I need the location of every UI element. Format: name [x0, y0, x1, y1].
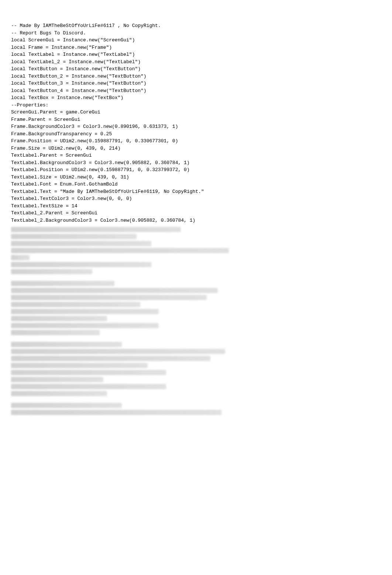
blur-line: [11, 349, 225, 354]
blurred-content: [11, 227, 381, 415]
blur-line: [11, 391, 107, 396]
blur-line: [11, 248, 229, 253]
code-line: TextLabel.Parent = ScreenGui: [11, 152, 381, 159]
blur-line: [11, 330, 100, 335]
code-line: local ScreenGui = Instance.new("ScreenGu…: [11, 37, 381, 44]
code-line: ScreenGui.Parent = game.CoreGui: [11, 109, 381, 116]
code-line: -- Report Bugs To Discord.: [11, 30, 381, 37]
blur-line: [11, 323, 159, 328]
code-line: TextLabel.Text = "Made By IAMTheBeStOfYo…: [11, 188, 381, 195]
blur-line: [11, 262, 151, 267]
code-line: Frame.Parent = ScreenGui: [11, 116, 381, 123]
blur-line: [11, 302, 140, 307]
blur-line: [11, 370, 166, 375]
blur-group: [11, 403, 381, 415]
blur-line: [11, 255, 30, 260]
code-line: TextLabel_2.BackgroundColor3 = Color3.ne…: [11, 217, 381, 224]
code-line: local Frame = Instance.new("Frame"): [11, 44, 381, 51]
code-line: -- Made By IAMTheBeStOfYoUrLiFe#6117 , N…: [11, 22, 381, 30]
blur-line: [11, 309, 159, 314]
blur-line: [11, 377, 103, 382]
blur-line: [11, 363, 148, 368]
code-line: Frame.BackgroundTransparency = 0.25: [11, 130, 381, 138]
code-line: TextLabel.TextSize = 14: [11, 203, 381, 210]
blur-line: [11, 384, 166, 389]
blur-line: [11, 342, 122, 347]
code-line: --Properties:: [11, 102, 381, 109]
code-line: Frame.Position = UDim2.new(0.159887791, …: [11, 137, 381, 145]
code-line: TextLabel_2.Parent = ScreenGui: [11, 210, 381, 217]
blur-group: [11, 281, 381, 335]
blur-line: [11, 295, 207, 300]
blur-line: [11, 403, 122, 408]
code-line: local TextLabel_2 = Instance.new("TextLa…: [11, 58, 381, 66]
blur-group: [11, 342, 381, 396]
blur-line: [11, 234, 137, 239]
code-line: TextLabel.Position = UDim2.new(0.1598877…: [11, 166, 381, 174]
code-line: local TextBox = Instance.new("TextBox"): [11, 94, 381, 102]
code-line: local TextButton = Instance.new("TextBut…: [11, 65, 381, 73]
blur-line: [11, 316, 107, 321]
blur-line: [11, 410, 221, 415]
blur-line: [11, 356, 210, 361]
code-line: local TextButton_3 = Instance.new("TextB…: [11, 80, 381, 87]
code-block: -- Made By IAMTheBeStOfYoUrLiFe#6117 , N…: [11, 22, 381, 224]
code-line: local TextButton_4 = Instance.new("TextB…: [11, 87, 381, 95]
code-line: TextLabel.TextColor3 = Color3.new(0, 0, …: [11, 195, 381, 203]
blur-line: [11, 241, 151, 246]
code-line: Frame.Size = UDim2.new(0, 439, 0, 214): [11, 145, 381, 152]
code-line: Frame.BackgroundColor3 = Color3.new(0.89…: [11, 123, 381, 130]
code-line: local TextLabel = Instance.new("TextLabe…: [11, 51, 381, 58]
blur-line: [11, 269, 92, 274]
blur-line: [11, 288, 218, 293]
code-line: TextLabel.BackgroundColor3 = Color3.new(…: [11, 159, 381, 167]
code-line: local TextButton_2 = Instance.new("TextB…: [11, 73, 381, 80]
code-line: TextLabel.Font = Enum.Font.GothamBold: [11, 181, 381, 188]
blur-line: [11, 227, 181, 232]
blur-line: [11, 281, 114, 286]
code-line: TextLabel.Size = UDim2.new(0, 439, 0, 31…: [11, 174, 381, 181]
blur-group: [11, 227, 381, 274]
